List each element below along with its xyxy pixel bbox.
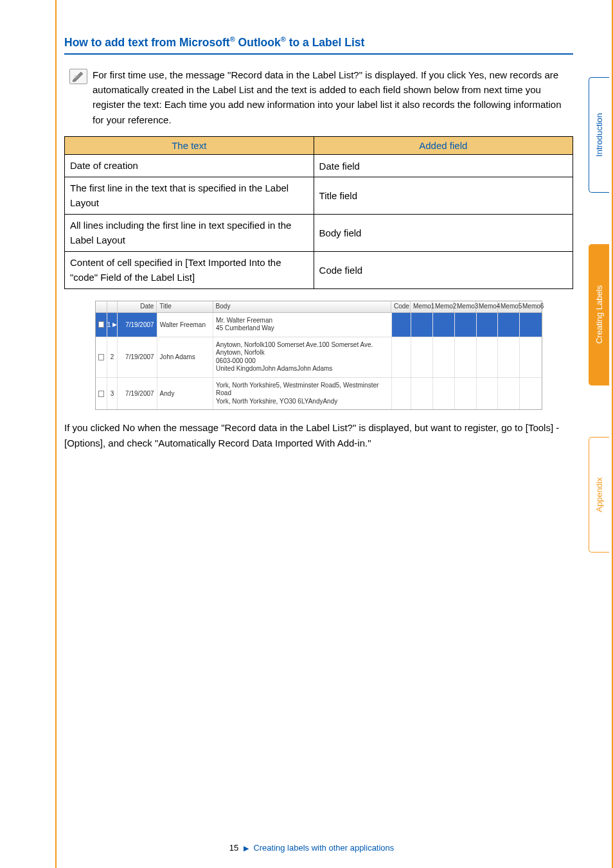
col-memo4: Memo4 [476,301,498,312]
info-table-header-row: The text Added field [65,136,573,154]
screenshot-row: 3 7/19/2007 Andy York, North Yorkshire5,… [96,378,542,410]
followup-text: If you clicked No when the message "Reco… [64,420,573,450]
row-memo [411,313,433,337]
row-memo [455,313,477,337]
row-index: 1▶ [107,313,118,337]
row-memo [477,378,499,410]
row-date: 7/19/2007 [118,378,157,410]
row-memo [498,313,520,337]
row-memo [433,313,455,337]
table-row: The first line in the text that is speci… [65,177,573,215]
footer-link[interactable]: Creating labels with other applications [253,843,394,853]
row-body: Mr. Walter Freeman 45 Cumberland Way [213,313,392,337]
row-cursor-icon: ▶ [112,321,117,328]
table-cell: Code field [314,252,573,289]
info-table-header-text: The text [65,136,314,154]
heading-reg2: ® [281,35,286,43]
row-body: York, North Yorkshire5, Westminster Road… [213,378,392,410]
heading-reg1: ® [230,35,235,43]
page-footer: 15 ▶ Creating labels with other applicat… [64,843,559,853]
row-memo [498,378,520,410]
row-index: 3 [107,378,118,410]
row-memo [520,378,542,410]
row-date: 7/19/2007 [118,313,157,337]
tab-creating-labels[interactable]: Creating Labels [589,244,609,385]
row-body: Anytown, Norfolk100 Somerset Ave.100 Som… [213,337,392,377]
col-checkbox [96,301,107,312]
row-code [392,313,411,337]
note-text: For first time use, the message "Record … [93,67,573,127]
col-date: Date [118,301,157,312]
page-number: 15 [229,843,238,853]
row-memo [520,313,542,337]
col-body: Body [213,301,391,312]
col-memo3: Memo3 [454,301,476,312]
row-memo [520,337,542,377]
row-checkbox[interactable] [96,337,107,377]
screenshot-header: Date Title Body Code Memo1 Memo2 Memo3 M… [96,301,542,313]
info-table: The text Added field Date of creation Da… [64,136,573,290]
row-memo [455,337,477,377]
footer-arrow-icon: ▶ [244,844,249,852]
row-title: John Adams [157,337,213,377]
page-content: How to add text from Microsoft® Outlook®… [0,0,573,868]
col-code: Code [391,301,411,312]
row-memo [477,313,499,337]
row-date: 7/19/2007 [118,337,157,377]
heading-post: to a Label List [286,36,365,49]
info-table-header-field: Added field [314,136,573,154]
row-title: Andy [157,378,213,410]
col-memo6: Memo6 [520,301,542,312]
note-icon-wrap [64,67,93,127]
col-memo2: Memo2 [432,301,454,312]
row-memo [477,337,499,377]
row-memo [433,337,455,377]
row-index: 2 [107,337,118,377]
row-title: Walter Freeman [157,313,213,337]
side-tabs: Introduction Creating Labels Appendix [573,0,609,868]
col-index [107,301,118,312]
col-title: Title [157,301,213,312]
table-row: All lines including the first line in te… [65,215,573,252]
note-pencil-icon [69,69,87,84]
note-block: For first time use, the message "Record … [64,67,573,127]
row-memo [411,378,433,410]
row-memo [411,337,433,377]
table-row: Content of cell specified in [Text Impor… [65,252,573,289]
tab-introduction[interactable]: Introduction [589,77,609,193]
heading-mid: Outlook [235,36,281,49]
label-list-screenshot: Date Title Body Code Memo1 Memo2 Memo3 M… [95,301,542,410]
row-code [392,337,411,377]
page-heading: How to add text from Microsoft® Outlook®… [64,35,573,49]
col-memo1: Memo1 [411,301,432,312]
row-code [392,378,411,410]
table-cell: Date of creation [65,154,314,177]
screenshot-row: 1▶ 7/19/2007 Walter Freeman Mr. Walter F… [96,313,542,337]
table-cell: Date field [314,154,573,177]
table-cell: Content of cell specified in [Text Impor… [65,252,314,289]
heading-rule [64,53,573,55]
table-cell: Title field [314,177,573,215]
row-memo [455,378,477,410]
col-memo5: Memo5 [498,301,520,312]
row-checkbox[interactable] [96,378,107,410]
row-checkbox[interactable] [96,313,107,337]
row-memo [433,378,455,410]
table-cell: The first line in the text that is speci… [65,177,314,215]
row-memo [498,337,520,377]
table-row: Date of creation Date field [65,154,573,177]
table-cell: All lines including the first line in te… [65,215,314,252]
heading-pre: How to add text from Microsoft [64,36,230,49]
table-cell: Body field [314,215,573,252]
tab-appendix[interactable]: Appendix [589,437,609,553]
screenshot-row: 2 7/19/2007 John Adams Anytown, Norfolk1… [96,337,542,378]
